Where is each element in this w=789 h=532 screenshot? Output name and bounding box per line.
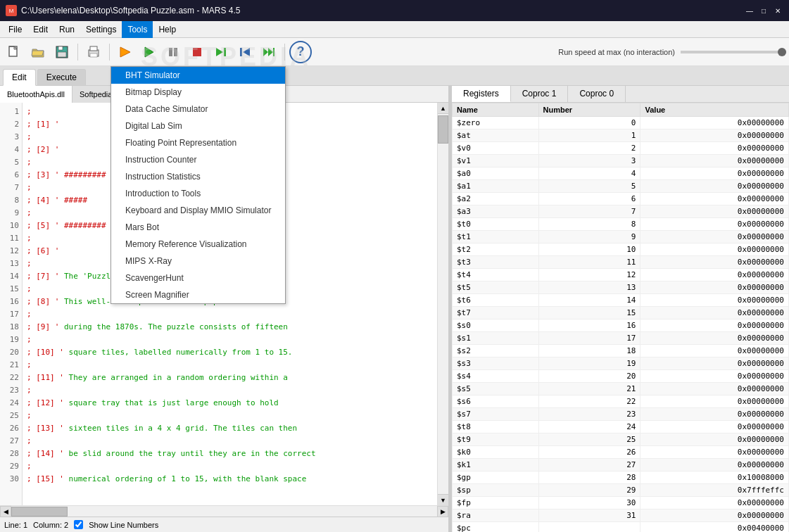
register-number: 8 [538, 218, 640, 231]
menu-settings[interactable]: Settings [80, 21, 122, 38]
tools-menu-item[interactable]: MIPS X-Ray [111, 253, 285, 270]
close-button[interactable]: ✕ [772, 5, 783, 16]
tools-menu-item[interactable]: ScavengerHunt [111, 270, 285, 286]
step-back-button[interactable] [234, 41, 256, 63]
tools-menu-item[interactable]: Keyboard and Display MMIO Simulator [111, 202, 285, 219]
scroll-thumb-h[interactable] [11, 507, 68, 517]
new-file-button[interactable] [3, 41, 25, 63]
svg-rect-15 [224, 48, 226, 56]
tools-menu-item[interactable]: Digital Lab Sim [111, 118, 285, 134]
svg-marker-18 [263, 48, 268, 56]
tools-menu-item[interactable]: Floating Point Representation [111, 134, 285, 151]
tools-menu-item[interactable]: Instruction Statistics [111, 168, 285, 185]
register-name: $v1 [453, 155, 539, 167]
svg-rect-7 [90, 46, 97, 51]
tools-menu-item[interactable]: Memory Reference Visualization [111, 236, 285, 253]
register-number: 1 [538, 129, 640, 142]
step-fast-button[interactable] [258, 41, 280, 63]
register-number: 19 [538, 357, 640, 370]
svg-marker-14 [216, 48, 223, 56]
tab-edit[interactable]: Edit [3, 69, 36, 86]
register-name: $a1 [453, 180, 539, 193]
table-row: $t8240x00000000 [453, 421, 789, 433]
vertical-scrollbar[interactable]: ▲ ▼ [437, 103, 448, 505]
tab-coproc0[interactable]: Coproc 0 [568, 86, 626, 102]
register-name: $ra [453, 509, 539, 522]
register-number: 15 [538, 307, 640, 319]
table-row: $s0160x00000000 [453, 319, 789, 332]
table-row: $t6140x00000000 [453, 294, 789, 307]
tab-coproc1[interactable]: Coproc 1 [511, 86, 569, 102]
register-name: $gp [453, 471, 539, 484]
tools-menu-item[interactable]: BHT Simulator [111, 67, 285, 84]
run-button[interactable] [138, 41, 160, 63]
scroll-right-button[interactable]: ▶ [437, 506, 448, 517]
menu-help[interactable]: Help [153, 21, 182, 38]
register-value: 0x00000000 [640, 446, 789, 459]
tools-menu-item[interactable]: Introduction to Tools [111, 185, 285, 202]
scroll-up-button[interactable]: ▲ [438, 103, 448, 114]
svg-marker-10 [145, 47, 153, 57]
register-name: $v0 [453, 142, 539, 155]
scroll-thumb[interactable] [438, 115, 448, 144]
register-value: 0x00000000 [640, 155, 789, 167]
minimize-button[interactable]: — [744, 5, 755, 16]
menu-file[interactable]: File [3, 21, 27, 38]
tools-menu-item[interactable]: Bitmap Display [111, 84, 285, 101]
tools-menu-item[interactable]: Screen Magnifier [111, 286, 285, 303]
scroll-track[interactable] [438, 114, 448, 494]
register-name: $s3 [453, 357, 539, 370]
print-button[interactable] [82, 41, 105, 63]
menu-run[interactable]: Run [53, 21, 80, 38]
register-number: 21 [538, 383, 640, 395]
register-name: $a3 [453, 205, 539, 218]
table-row: $a260x00000000 [453, 193, 789, 205]
table-row: $gp280x10008000 [453, 471, 789, 484]
table-row: $s4200x00000000 [453, 370, 789, 383]
register-value: 0x00000000 [640, 509, 789, 522]
open-file-button[interactable] [27, 41, 49, 63]
scroll-left-button[interactable]: ◀ [0, 506, 11, 517]
file-tab-bluetooth[interactable]: BluetoothApis.dll [0, 86, 72, 103]
tab-execute[interactable]: Execute [37, 69, 86, 85]
tools-dropdown-menu[interactable]: BHT SimulatorBitmap DisplayData Cache Si… [111, 66, 286, 304]
stop-button[interactable] [186, 41, 208, 63]
register-name: $t8 [453, 421, 539, 433]
help-button[interactable]: ? [289, 41, 312, 63]
save-file-button[interactable] [51, 41, 73, 63]
assemble-button[interactable] [114, 41, 137, 63]
toolbar-separator-2 [109, 44, 110, 61]
register-name: $k1 [453, 459, 539, 471]
register-number: 6 [538, 193, 640, 205]
col-number: Number [538, 103, 640, 117]
pause-button[interactable] [162, 41, 184, 63]
scroll-down-button[interactable]: ▼ [438, 494, 448, 505]
register-name: $t6 [453, 294, 539, 307]
svg-marker-19 [268, 48, 273, 56]
maximize-button[interactable]: □ [758, 5, 769, 16]
table-row: $v130x00000000 [453, 155, 789, 167]
register-value: 0x00000000 [640, 319, 789, 332]
register-number: 24 [538, 421, 640, 433]
app-icon: M [6, 5, 17, 16]
tab-registers[interactable]: Registers [452, 86, 511, 102]
tools-menu-item[interactable]: Data Cache Simulator [111, 101, 285, 118]
register-name: $a0 [453, 167, 539, 180]
menu-tools[interactable]: Tools [122, 21, 153, 38]
window-title: C:\Users\elena\Desktop\Softpedia Puzzle.… [21, 6, 240, 15]
register-value: 0x00000000 [640, 307, 789, 319]
tools-menu-item[interactable]: Mars Bot [111, 219, 285, 236]
horizontal-scrollbar[interactable]: ◀ ▶ [0, 505, 448, 517]
menu-edit[interactable]: Edit [27, 21, 53, 38]
speed-slider[interactable] [681, 51, 786, 53]
tools-menu-item[interactable]: Instruction Counter [111, 151, 285, 168]
table-row: $t190x00000000 [453, 231, 789, 243]
register-name: $s7 [453, 408, 539, 421]
show-line-numbers-checkbox[interactable] [74, 520, 83, 529]
register-name: $s1 [453, 332, 539, 345]
table-row: $t4120x00000000 [453, 269, 789, 281]
register-number: 26 [538, 446, 640, 459]
window-controls: — □ ✕ [744, 5, 783, 16]
register-value: 0x00000000 [640, 142, 789, 155]
step-forward-button[interactable] [210, 41, 232, 63]
